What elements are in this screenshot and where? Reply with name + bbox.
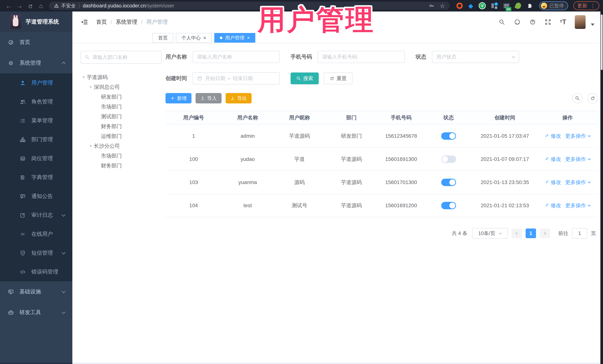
browser-forward-icon[interactable]: → <box>14 0 25 11</box>
reset-button[interactable]: 重置 <box>324 72 352 84</box>
password-key-icon[interactable] <box>429 3 434 9</box>
ext-blocks-icon[interactable] <box>491 3 498 9</box>
caret-down-icon[interactable]: ▾ <box>88 85 94 89</box>
header-search-icon[interactable] <box>499 19 505 25</box>
tree-node[interactable]: ▾长沙分公司 <box>81 141 162 151</box>
sidebar-item-sms[interactable]: 短信管理 <box>0 243 72 263</box>
avatar-caret-icon[interactable] <box>591 23 594 26</box>
status-toggle[interactable] <box>441 179 456 186</box>
add-button[interactable]: 新增 <box>165 93 191 103</box>
user-avatar[interactable] <box>575 15 586 29</box>
tree-node[interactable]: 市场部门 <box>81 102 162 111</box>
prev-page-button[interactable] <box>511 229 522 238</box>
window-scrollbar[interactable] <box>600 11 603 364</box>
import-button[interactable]: 导入 <box>196 93 221 103</box>
ext-sprout-icon[interactable] <box>514 2 522 10</box>
tree-node[interactable]: 财务部门 <box>81 161 162 170</box>
url-path[interactable]: /system/user <box>146 3 174 9</box>
search-button[interactable]: 搜索 <box>290 72 319 84</box>
help-icon[interactable] <box>529 19 536 25</box>
browser-reload-icon[interactable] <box>25 0 36 11</box>
status-toggle[interactable] <box>441 155 456 163</box>
browser-update-button[interactable]: 更新 ⋮ <box>573 1 599 10</box>
caret-down-icon[interactable]: ▾ <box>88 144 94 148</box>
fullscreen-icon[interactable] <box>545 19 551 25</box>
extensions-puzzle-icon[interactable] <box>527 3 533 9</box>
sidebar-item-gauge[interactable]: 首页 <box>0 32 72 53</box>
sidebar-item-badge[interactable]: 岗位管理 <box>0 149 72 168</box>
sidebar-item-code[interactable]: 错误码管理 <box>0 263 72 281</box>
browser-back-icon[interactable]: ← <box>3 0 14 11</box>
tree-node[interactable]: 财务部门 <box>81 121 162 131</box>
app-logo[interactable]: 芋道管理系统 <box>0 11 72 32</box>
tab-用户管理[interactable]: 用户管理× <box>214 33 255 43</box>
browser-menu-icon[interactable]: ⋮ <box>590 3 595 9</box>
mobile-field[interactable] <box>318 51 405 63</box>
tab-个人中心[interactable]: 个人中心× <box>176 33 212 43</box>
mobile-input[interactable] <box>322 54 400 60</box>
more-actions-link[interactable]: 更多操作 <box>565 156 590 163</box>
breadcrumb-system[interactable]: 系统管理 <box>116 18 137 26</box>
sidebar-item-audit[interactable]: 审计日志 <box>0 206 72 225</box>
edit-link[interactable]: 修改 <box>545 132 561 140</box>
sidebar-item-users[interactable]: 角色管理 <box>0 92 72 111</box>
status-select-input[interactable] <box>436 54 512 60</box>
dept-search-field[interactable] <box>81 51 162 64</box>
show-search-toggle-button[interactable] <box>572 93 583 103</box>
date-end-placeholder[interactable]: 结束日期 <box>233 75 253 82</box>
page-size-select[interactable]: 10条/页 <box>472 228 508 239</box>
font-size-icon[interactable]: тT <box>560 18 566 26</box>
edit-link[interactable]: 修改 <box>545 202 561 209</box>
sidebar-item-gear[interactable]: 系统管理 <box>0 53 72 73</box>
tab-首页[interactable]: 首页 <box>152 33 173 43</box>
status-toggle[interactable] <box>441 202 456 209</box>
tree-node[interactable]: 市场部门 <box>81 151 162 161</box>
next-page-button[interactable] <box>540 229 550 238</box>
sidebar-item-notice[interactable]: 通知公告 <box>0 187 72 206</box>
more-actions-link[interactable]: 更多操作 <box>565 202 590 209</box>
more-actions-link[interactable]: 更多操作 <box>565 179 590 186</box>
sidebar-item-tools[interactable]: 研发工具 <box>0 302 72 323</box>
date-start-placeholder[interactable]: 开始日期 <box>205 75 225 82</box>
tree-node[interactable]: ▾芋道源码 <box>81 72 162 82</box>
browser-home-icon[interactable]: ⌂ <box>36 0 46 11</box>
sidebar-item-menu[interactable]: 菜单管理 <box>0 111 72 130</box>
ext-v-icon[interactable]: V <box>479 2 486 9</box>
tree-node[interactable]: ▾深圳总公司 <box>81 82 162 92</box>
more-actions-link[interactable]: 更多操作 <box>565 132 590 140</box>
tree-node[interactable]: 运维部门 <box>81 131 162 141</box>
sidebar-item-infra[interactable]: 基础设施 <box>0 281 72 302</box>
bookmark-star-icon[interactable]: ☆ <box>440 3 445 9</box>
scrollbar-thumb[interactable] <box>601 14 603 70</box>
tree-node[interactable]: 测试部门 <box>81 111 162 121</box>
edit-link[interactable]: 修改 <box>545 156 561 163</box>
sidebar-item-tree[interactable]: 部门管理 <box>0 130 72 149</box>
security-label[interactable]: 不安全 <box>61 3 76 9</box>
page-number-1[interactable]: 1 <box>526 229 536 238</box>
github-icon[interactable] <box>514 19 521 26</box>
edit-link[interactable]: 修改 <box>545 179 561 186</box>
status-select[interactable] <box>432 51 519 63</box>
sidebar-item-online[interactable]: (a)在线用户 <box>0 225 72 243</box>
export-button[interactable]: 导出 <box>226 93 252 103</box>
browser-profile-chip[interactable]: 已暂停 <box>539 1 568 10</box>
ext-proxy-icon[interactable] <box>456 3 463 9</box>
date-range-picker[interactable]: 开始日期 - 结束日期 <box>193 72 280 85</box>
caret-down-icon[interactable]: ▾ <box>81 75 87 80</box>
url-host[interactable]: dashboard.yudao.iocoder.cn <box>83 3 146 9</box>
dept-search-input[interactable] <box>93 55 157 60</box>
security-warning-icon[interactable] <box>54 3 59 8</box>
breadcrumb-home[interactable]: 首页 <box>96 18 107 26</box>
close-icon[interactable]: × <box>247 35 250 40</box>
username-field[interactable] <box>193 51 280 63</box>
ext-switch-icon[interactable]: on <box>503 3 510 9</box>
ext-gem-icon[interactable]: ◆ <box>468 3 473 9</box>
refresh-table-button[interactable] <box>587 93 598 103</box>
status-toggle[interactable] <box>441 132 456 140</box>
sidebar-fold-icon[interactable] <box>81 18 88 26</box>
username-input[interactable] <box>197 54 275 60</box>
close-icon[interactable]: × <box>203 35 206 40</box>
sidebar-item-book[interactable]: 字典管理 <box>0 168 72 187</box>
tree-node[interactable]: 研发部门 <box>81 92 162 102</box>
sidebar-item-user[interactable]: 用户管理 <box>0 73 72 92</box>
